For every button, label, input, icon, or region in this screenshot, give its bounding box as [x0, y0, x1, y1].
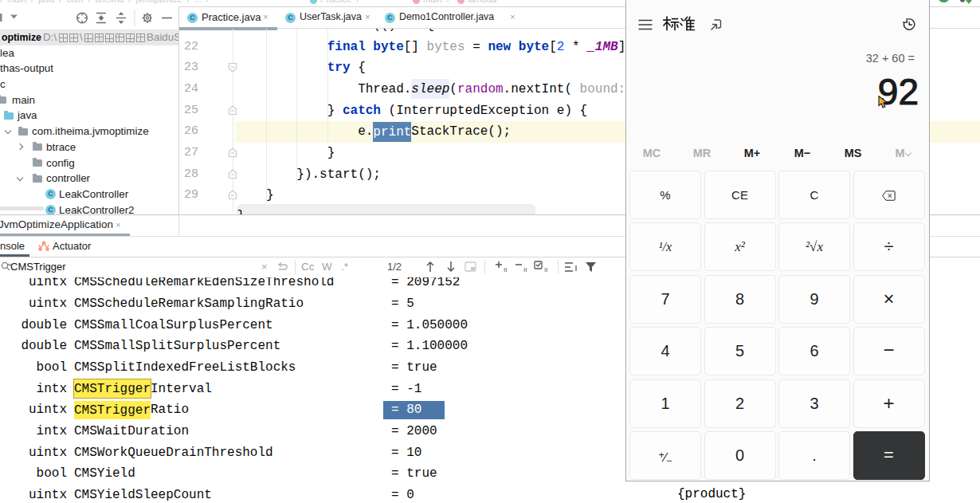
svg-text:II: II — [523, 266, 527, 273]
svg-text:II: II — [544, 266, 547, 273]
svg-text:II: II — [504, 266, 507, 273]
